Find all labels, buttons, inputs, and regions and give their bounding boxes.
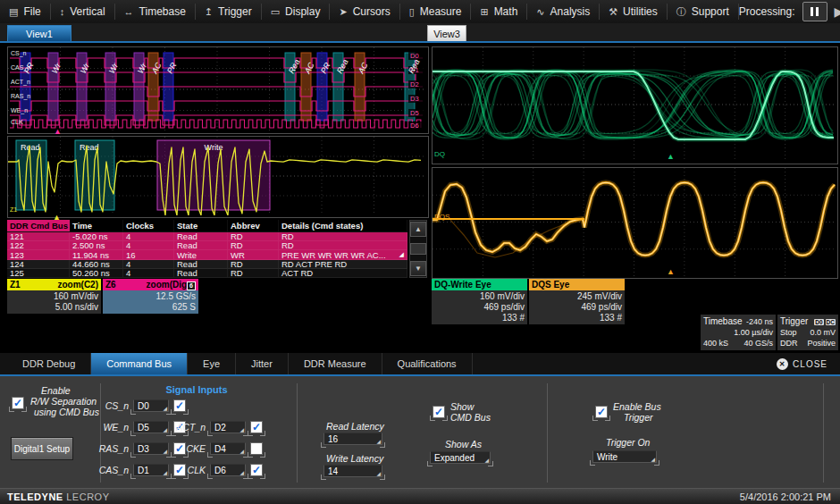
ras_n-line-dropdown[interactable]: D3◢ — [133, 442, 169, 455]
dialog-tab-jitter[interactable]: Jitter — [236, 353, 289, 374]
table-row-122[interactable]: 1222.500 ns4ReadRDRD — [7, 241, 407, 250]
menu-item-file[interactable]: ▤File — [0, 4, 51, 20]
trigger-slope: Positive — [807, 338, 836, 349]
dropdown-corner-icon: ◢ — [163, 470, 167, 475]
act_n-line-dropdown[interactable]: D2◢ — [210, 421, 246, 433]
show-as-dropdown[interactable]: Expanded ◢ — [430, 451, 491, 464]
dq-write-eye-descriptor[interactable]: DQ-Write Eye 160 mV/div 469 ps/div 133 # — [432, 279, 527, 324]
dialog-tab-qualifications[interactable]: Qualifications — [382, 353, 473, 374]
signal-input-cke: CKED4◢ — [172, 442, 263, 455]
act_n-enable-checkbox[interactable]: ✓ — [250, 421, 263, 433]
clk-line-dropdown[interactable]: D6◢ — [210, 464, 246, 476]
table-row-121[interactable]: 121-5.020 ns4ReadRDRD — [7, 232, 407, 241]
menu-item-label: Vertical — [70, 5, 105, 18]
z6-rate: 12.5 GS/s — [105, 291, 196, 302]
show-cmd-bus-label-1: Show — [450, 401, 474, 412]
menu-item-trigger[interactable]: ↥Trigger — [196, 4, 262, 20]
dropdown-corner-icon: ◢ — [163, 406, 167, 411]
ddr-cmd-bus-table[interactable]: DDR Cmd BusTimeClocksStateAbbrevDetails … — [7, 220, 407, 278]
trigger-descriptor[interactable]: Trigger D0DC Stop 0.0 mV DDR Positive — [777, 315, 838, 350]
menu-item-display[interactable]: ▭Display — [262, 4, 331, 20]
menu-item-timebase[interactable]: ↔Timebase — [115, 4, 196, 20]
menu-item-support[interactable]: ⓘSupport — [668, 4, 739, 20]
signal-label: CAS_n — [93, 465, 129, 475]
brand-logo: TELEDYNE LECROY — [0, 491, 110, 502]
table-row-124[interactable]: 12444.660 ns4ReadRDRD ACT PRE RD — [7, 260, 407, 269]
cas_n-line-dropdown[interactable]: D1◢ — [133, 464, 169, 476]
digital-bus-waveforms: CS_nCAS_nACT_nRAS_nWE_nCLKD0D1D2D3D5D6PR… — [8, 47, 426, 131]
bus-trigger-label-1: Enable Bus — [613, 401, 661, 412]
analog-zoom-panel[interactable]: ReadReadWriteZ1 — [7, 136, 429, 218]
svg-text:D6: D6 — [410, 122, 419, 130]
dialog-tab-command-bus[interactable]: Command Bus — [91, 353, 188, 374]
svg-text:CLK: CLK — [11, 119, 23, 125]
z6-id: Z6 — [105, 280, 116, 290]
rw-separation-label-1: Enable — [41, 385, 71, 396]
svg-text:D2: D2 — [410, 80, 419, 88]
table-scrollbar[interactable]: ▲ ▼ — [409, 220, 427, 278]
menu-item-cursors[interactable]: ➤Cursors — [330, 4, 399, 20]
cke-line-dropdown[interactable]: D4◢ — [210, 442, 246, 455]
pause-button[interactable] — [802, 2, 827, 21]
timebase-descriptor[interactable]: Timebase -240 ns 1.00 µs/div 400 kS 40 G… — [701, 315, 776, 350]
trigger-coupling-badge: DC — [826, 319, 836, 325]
signal-input-clk: CLKD6◢✓ — [172, 464, 263, 476]
menu-item-measure[interactable]: ▯Measure — [400, 4, 472, 20]
view-tabstrip: View1 View3 — [0, 23, 840, 43]
cursors-icon: ➤ — [339, 6, 347, 18]
dqs-eye-descriptor[interactable]: DQS Eye 245 mV/div 469 ps/div 133 # — [529, 279, 625, 324]
file-icon: ▤ — [9, 6, 18, 18]
dq-trace-label: DQ — [434, 150, 445, 158]
dqs-waveform — [433, 168, 836, 276]
dialog-tab-eye[interactable]: Eye — [188, 353, 236, 374]
dropdown-corner-icon: ◢ — [484, 458, 489, 463]
menu-item-vertical[interactable]: ↕Vertical — [51, 4, 115, 20]
tab-view1[interactable]: View1 — [7, 25, 71, 41]
bus-trigger-label-2: Trigger — [624, 412, 652, 423]
z1-descriptor[interactable]: Z1 zoom(C2) 160 mV/div 5.00 ns/div — [7, 279, 101, 314]
digital1-setup-button[interactable]: Digital1 Setup — [11, 437, 73, 460]
close-button[interactable]: ✕ CLOSE — [777, 353, 840, 374]
menu-item-label: Timebase — [139, 5, 186, 18]
menu-item-label: Measure — [420, 5, 462, 18]
table-row-123[interactable]: 12311.904 ns16WriteWRPRE WR WR WR WR AC.… — [7, 250, 407, 259]
menu-item-analysis[interactable]: ∿Analysis — [527, 4, 600, 20]
menu-items: ▤File↕Vertical↔Timebase↥Trigger▭Display➤… — [0, 0, 739, 23]
scroll-up-icon[interactable]: ▲ — [410, 222, 426, 237]
table-row-125[interactable]: 12550.260 ns4ReadRDACT RD — [7, 269, 407, 278]
scroll-down-icon[interactable]: ▼ — [410, 261, 426, 276]
dialog-tab-ddr-measure[interactable]: DDR Measure — [289, 353, 382, 374]
write-latency-label: Write Latency — [326, 453, 383, 464]
dq-vdiv: 160 mV/div — [434, 291, 525, 302]
math-icon: ⊞ — [480, 6, 488, 18]
signal-inputs-title: Signal Inputs — [134, 384, 259, 395]
show-cmd-bus-checkbox[interactable]: ✓ — [433, 406, 445, 418]
rw-separation-checkbox[interactable]: ✓ — [12, 397, 24, 409]
cs_n-enable-checkbox[interactable]: ✓ — [173, 399, 186, 412]
clk-enable-checkbox[interactable]: ✓ — [250, 464, 263, 476]
dqs-eye-panel[interactable] — [432, 167, 838, 279]
play-button[interactable]: ▶ — [835, 5, 840, 18]
trigger-marker-pink: ▲ — [54, 128, 62, 136]
scroll-thumb[interactable] — [410, 243, 426, 255]
tab-view3[interactable]: View3 — [427, 25, 466, 41]
read-latency-dropdown[interactable]: 16 ◢ — [323, 433, 382, 445]
z6-descriptor[interactable]: Z6 zoom(Dig6 12.5 GS/s 625 S — [103, 279, 198, 314]
analysis-icon: ∿ — [536, 6, 544, 18]
enable-bus-trigger-checkbox[interactable]: ✓ — [595, 406, 608, 418]
signal-label: CLK — [172, 465, 206, 475]
menu-item-math[interactable]: ⊞Math — [471, 4, 527, 20]
analog-waveform: ReadReadWriteZ1 — [8, 137, 426, 215]
digital-bus-panel[interactable]: CS_nCAS_nACT_nRAS_nWE_nCLKD0D1D2D3D5D6PR… — [7, 46, 429, 134]
write-latency-dropdown[interactable]: 14 ◢ — [323, 465, 382, 477]
trigger-on-dropdown[interactable]: Write ◢ — [592, 450, 657, 463]
signal-label: CS_n — [93, 400, 129, 411]
we_n-line-dropdown[interactable]: D5◢ — [133, 421, 169, 433]
signal-label: ACT_n — [172, 422, 206, 433]
trigger-on-label: Trigger On — [606, 437, 650, 448]
cke-enable-checkbox[interactable] — [250, 442, 263, 455]
menu-item-utilities[interactable]: ⚒Utilities — [600, 4, 668, 20]
dialog-tab-ddr-debug[interactable]: DDR Debug — [7, 353, 91, 374]
dq-write-eye-panel[interactable] — [432, 46, 838, 164]
cs_n-line-dropdown[interactable]: D0◢ — [133, 399, 169, 412]
